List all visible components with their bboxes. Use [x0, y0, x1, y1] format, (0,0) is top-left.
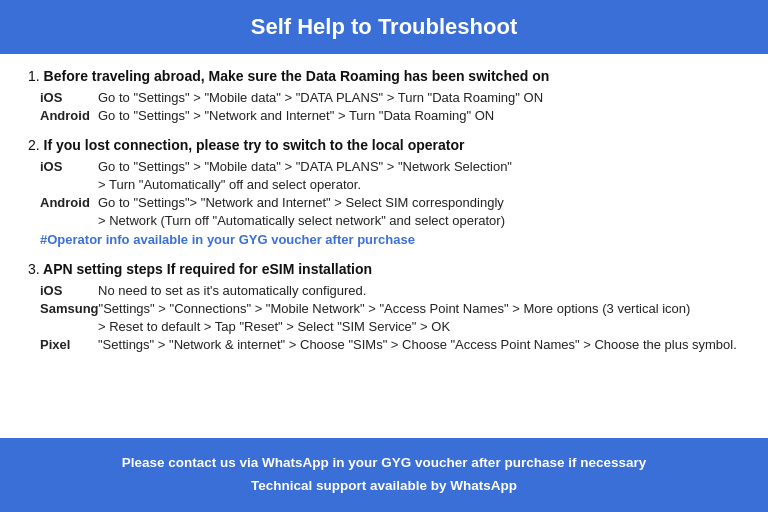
ios-1-desc: Go to "Settings" > "Mobile data" > "DATA… — [98, 90, 740, 105]
samsung-3-desc: "Settings" > "Connections" > "Mobile Net… — [99, 301, 740, 316]
platform-ios-3: iOS — [40, 283, 98, 298]
platform-samsung-3: Samsung — [40, 301, 99, 316]
samsung-3-cont: > Reset to default > Tap "Reset" > Selec… — [98, 319, 450, 334]
section-3-ios-row: iOS No need to set as it's automatically… — [28, 283, 740, 298]
platform-ios-2: iOS — [40, 159, 98, 174]
section-3-title: 3. APN setting steps If required for eSI… — [28, 261, 740, 277]
page-title: Self Help to Troubleshoot — [20, 14, 748, 40]
section-3: 3. APN setting steps If required for eSI… — [28, 261, 740, 352]
section-2-highlight: #Operator info available in your GYG vou… — [28, 232, 740, 247]
android-2-cont: > Network (Turn off "Automatically selec… — [98, 213, 505, 228]
platform-android-1: Android — [40, 108, 98, 123]
main-content: 1. Before traveling abroad, Make sure th… — [0, 54, 768, 438]
section-1-android-row: Android Go to "Settings" > "Network and … — [28, 108, 740, 123]
section-3-pixel-row: Pixel "Settings" > "Network & internet" … — [28, 337, 740, 352]
platform-pixel-3: Pixel — [40, 337, 98, 352]
ios-2-cont: > Turn "Automatically" off and select op… — [98, 177, 361, 192]
platform-ios-1: iOS — [40, 90, 98, 105]
footer-line1: Please contact us via WhatsApp in your G… — [20, 452, 748, 475]
page-header: Self Help to Troubleshoot — [0, 0, 768, 54]
section-2-title: 2. If you lost connection, please try to… — [28, 137, 740, 153]
section-1-title: 1. Before traveling abroad, Make sure th… — [28, 68, 740, 84]
page-footer: Please contact us via WhatsApp in your G… — [0, 438, 768, 512]
section-3-samsung-row: Samsung "Settings" > "Connections" > "Mo… — [28, 301, 740, 316]
android-2-desc: Go to "Settings"> "Network and Internet"… — [98, 195, 740, 210]
ios-2-desc: Go to "Settings" > "Mobile data" > "DATA… — [98, 159, 740, 174]
pixel-3-desc: "Settings" > "Network & internet" > Choo… — [98, 337, 740, 352]
section-1: 1. Before traveling abroad, Make sure th… — [28, 68, 740, 123]
android-1-desc: Go to "Settings" > "Network and Internet… — [98, 108, 740, 123]
ios-3-desc: No need to set as it's automatically con… — [98, 283, 740, 298]
section-2-android-row: Android Go to "Settings"> "Network and I… — [28, 195, 740, 210]
section-2-ios-row: iOS Go to "Settings" > "Mobile data" > "… — [28, 159, 740, 174]
section-2-android-cont: > Network (Turn off "Automatically selec… — [28, 213, 740, 228]
section-2-ios-cont: > Turn "Automatically" off and select op… — [28, 177, 740, 192]
footer-line2: Technical support available by WhatsApp — [20, 475, 748, 498]
platform-android-2: Android — [40, 195, 98, 210]
section-3-samsung-cont: > Reset to default > Tap "Reset" > Selec… — [28, 319, 740, 334]
section-2: 2. If you lost connection, please try to… — [28, 137, 740, 247]
section-1-ios-row: iOS Go to "Settings" > "Mobile data" > "… — [28, 90, 740, 105]
